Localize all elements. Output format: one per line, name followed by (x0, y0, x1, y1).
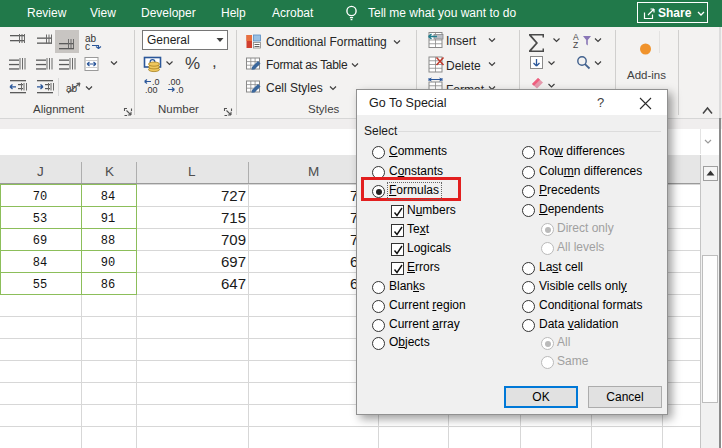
svg-text:.0: .0 (176, 85, 184, 95)
svg-text:ab: ab (66, 83, 78, 94)
svg-text:Delete: Delete (446, 59, 481, 73)
svg-text:Conditional Formatting: Conditional Formatting (266, 35, 387, 49)
svg-text:General: General (147, 33, 190, 47)
svg-text:.00: .00 (145, 85, 158, 95)
svg-text:,: , (212, 52, 217, 71)
svg-text:Z: Z (573, 40, 578, 50)
svg-text:Cell Styles: Cell Styles (266, 81, 323, 95)
svg-text:Format as Table: Format as Table (266, 58, 348, 72)
svg-text:c: c (85, 41, 90, 52)
svg-text:%: % (185, 54, 200, 73)
svg-text:Insert: Insert (446, 34, 477, 48)
